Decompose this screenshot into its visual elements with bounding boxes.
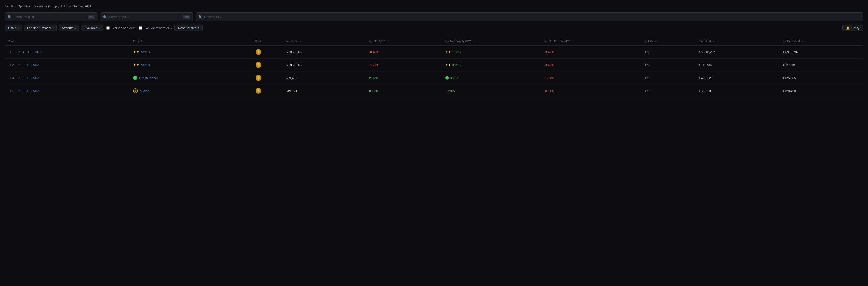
bookmark-icon-0[interactable]: ☐ <box>8 50 11 54</box>
supply-search-input[interactable]: Ethereum (ETH) <box>13 15 86 19</box>
borrowed-cell-2: $125,085 <box>780 71 863 84</box>
exclude-reward-apy-label: Exclude reward APY <box>144 26 173 30</box>
ltv-search-input[interactable] <box>204 15 861 19</box>
project-name-2[interactable]: Green Planet <box>139 76 158 80</box>
borrowed-sort-icon: ⇅ <box>801 40 803 43</box>
protocol-filter-btn[interactable]: Lending Protocol ▾ <box>24 25 57 31</box>
ltv-cell-2: 80% <box>641 71 696 84</box>
net-supply-value-2: 3.23% <box>450 76 459 80</box>
net-borrow-sort-icon: ⇅ <box>571 40 574 43</box>
external-link-icon-1[interactable]: ↗ <box>18 64 20 67</box>
venus-supply-icon: ✦✦ <box>445 63 451 67</box>
external-link-icon-3[interactable]: ↗ <box>18 89 20 93</box>
search-icon-borrow: 🔍 <box>103 15 107 19</box>
th-supplied[interactable]: Supplied ⇅ <box>696 37 780 46</box>
project-name-0[interactable]: Venus <box>141 50 150 54</box>
table-row: ☐ 4 ↗ ETH → ADA D dForce <box>5 84 863 97</box>
lending-table: Pool Project Chain Available ⇅ i Net APY… <box>5 37 863 97</box>
search-row: 🔍 Ethereum (ETH) ⌘K 🔍 Cardano (ADA) ⌘K 🔍 <box>5 12 863 21</box>
th-chain: Chain <box>234 37 283 46</box>
available-value-3: $19,121 <box>286 89 297 93</box>
exclude-reward-apy-group[interactable]: Exclude reward APY <box>139 26 173 30</box>
pool-link-1[interactable]: ETH → ADA <box>22 63 39 67</box>
th-borrowed[interactable]: i Borrowed ⇅ <box>780 37 863 46</box>
net-apy-info-icon: i <box>369 40 372 43</box>
pool-cell-2: ☐ 3 ↗ ETH → ADA <box>5 71 130 84</box>
pool-cell-3: ☐ 4 ↗ ETH → ADA <box>5 84 130 97</box>
notify-btn[interactable]: 🔔 Notify <box>842 25 863 31</box>
ltv-value-2: 80% <box>644 76 650 80</box>
external-link-icon-2[interactable]: ↗ <box>18 76 20 79</box>
available-cell-3: $19,121 <box>283 84 366 97</box>
exclude-bad-debt-checkbox[interactable] <box>106 26 110 30</box>
th-ltv[interactable]: i LTV ⇅ <box>641 37 696 46</box>
th-pool: Pool <box>5 37 130 46</box>
net-borrow-cell-2: -1.14% <box>541 71 641 84</box>
pool-link-0[interactable]: BETH → ADA <box>22 50 41 54</box>
lending-table-container: Pool Project Chain Available ⇅ i Net APY… <box>5 37 863 97</box>
th-available[interactable]: Available ⇅ <box>283 37 366 46</box>
venus-logo: ✦✦ <box>133 50 140 55</box>
project-name-1[interactable]: Venus <box>141 63 150 67</box>
supplied-value-1: $115.9m <box>699 63 712 67</box>
exclude-reward-apy-checkbox[interactable] <box>139 26 142 30</box>
supplied-value-0: $6,216,237 <box>699 50 715 54</box>
chain-cell-3 <box>234 84 283 97</box>
svg-point-1 <box>258 51 259 53</box>
ltv-cell-0: 60% <box>641 46 696 59</box>
bookmark-icon-2[interactable]: ☐ <box>8 76 11 80</box>
net-borrow-cell-1: -3.42% <box>541 59 641 71</box>
borrowed-value-3: $128,428 <box>783 89 796 93</box>
svg-point-5 <box>258 77 259 79</box>
net-borrow-value-0: -3.42% <box>544 50 554 54</box>
net-apy-sort-icon: ⇅ <box>386 40 388 43</box>
pool-link-2[interactable]: ETH → ADA <box>22 76 39 80</box>
page-title: Lending Optimizer Calculator (Supply: ET… <box>5 4 863 8</box>
attribute-filter-btn[interactable]: Attribute ▾ <box>59 25 79 31</box>
bookmark-icon-3[interactable]: ☐ <box>8 89 11 93</box>
ltv-value-0: 60% <box>644 50 650 54</box>
search-icon-ltv: 🔍 <box>198 15 202 19</box>
supply-search-box[interactable]: 🔍 Ethereum (ETH) ⌘K <box>5 12 98 21</box>
ltv-search-box[interactable]: 🔍 <box>196 12 863 21</box>
pool-rank-3: 4 <box>12 89 17 93</box>
supplied-cell-2: $486,126 <box>696 71 780 84</box>
net-borrow-cell-3: -0.11% <box>541 84 641 97</box>
available-cell-0: $3,855,905 <box>283 46 366 59</box>
ltv-info-icon: i <box>644 40 647 43</box>
net-apy-value-2: 2.32% <box>369 76 378 80</box>
borrowed-value-1: $32.58m <box>783 63 795 67</box>
ltv-sort-icon: ⇅ <box>655 40 657 43</box>
net-borrow-apy-info-icon: i <box>544 40 548 43</box>
supplied-cell-1: $115.9m <box>696 59 780 71</box>
th-net-borrow-apy[interactable]: i Net Borrow APY ⇅ <box>541 37 641 46</box>
th-net-apy[interactable]: i Net APY ⇅ <box>366 37 443 46</box>
reset-filters-btn[interactable]: Reset all filters <box>174 25 203 31</box>
bookmark-icon-1[interactable]: ☐ <box>8 63 11 67</box>
net-supply-cell-0: ✦✦ 1.63% <box>442 46 541 59</box>
svg-point-3 <box>258 64 259 66</box>
borrow-search-box[interactable]: 🔍 Cardano (ADA) ⌘K <box>100 12 193 21</box>
available-filter-btn[interactable]: Available ▾ <box>81 25 103 31</box>
borrow-kbd-badge: ⌘K <box>183 15 190 19</box>
chain-filter-label: Chain <box>8 26 17 30</box>
net-borrow-value-1: -3.42% <box>544 63 554 67</box>
external-link-icon-0[interactable]: ↗ <box>18 50 20 54</box>
net-apy-value-0: -0.43% <box>369 50 379 54</box>
th-net-supply-apy[interactable]: i Net Supply APY ⇅ <box>442 37 541 46</box>
supplied-sort-icon: ⇅ <box>712 40 714 43</box>
net-supply-value-1: 0.95% <box>452 63 461 67</box>
available-cell-2: $69,462 <box>283 71 366 84</box>
borrow-search-input[interactable]: Cardano (ADA) <box>109 15 181 19</box>
exclude-bad-debt-group[interactable]: Exclude bad debt <box>106 26 135 30</box>
venus-supply-icon: ✦✦ <box>445 50 451 54</box>
ltv-cell-1: 80% <box>641 59 696 71</box>
ltv-value-3: 80% <box>644 89 650 93</box>
chain-filter-btn[interactable]: Chain ▾ <box>5 25 22 31</box>
search-icon-supply: 🔍 <box>7 15 11 19</box>
pool-link-3[interactable]: ETH → ADA <box>22 89 39 93</box>
project-name-3[interactable]: dForce <box>140 89 149 93</box>
supply-kbd-badge: ⌘K <box>88 15 95 19</box>
supplied-value-2: $486,126 <box>699 76 712 80</box>
available-cell-1: $3,855,905 <box>283 59 366 71</box>
